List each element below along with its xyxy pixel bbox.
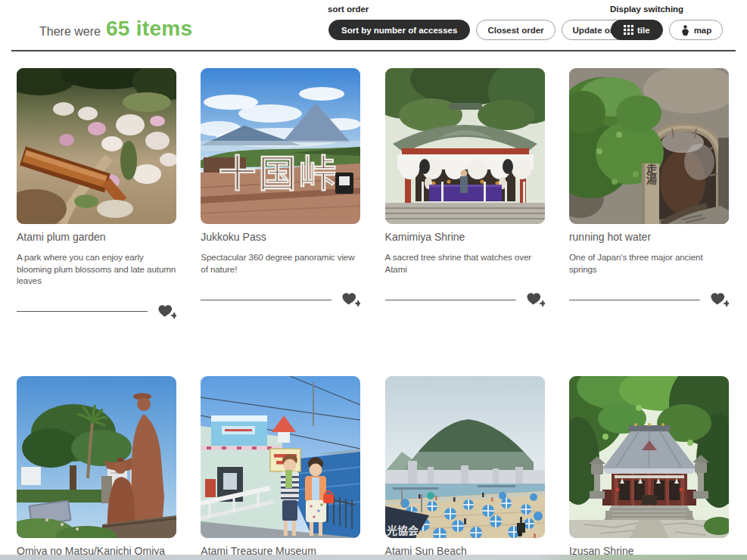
spot-photo-kamimiya-shrine[interactable] [385,68,545,224]
card-grid-row-1: Atami plum garden A park where you can e… [17,68,729,320]
divider-line [17,311,148,312]
spot-description: Spectacular 360 degree panoramic view of… [201,251,360,275]
favorite-row [569,291,729,308]
heart-plus-icon [526,299,545,310]
heart-plus-icon [341,299,360,310]
spot-description: One of Japan's three major ancient sprin… [569,251,729,275]
spot-photo-sun-beach[interactable]: 光協会 [385,376,545,538]
spot-title: Jukkoku Pass [201,231,360,243]
spot-description: A park where you can enjoy early bloomin… [17,251,176,287]
pillar-kanji-text: 走湯 [645,163,657,185]
divider-line [201,300,331,300]
display-switching-label: Display switching [610,5,683,14]
spot-card[interactable]: Atami Treasure Museum [201,376,360,557]
spot-title: Atami plum garden [17,231,176,243]
footer-edge [0,555,747,560]
spot-photo-omiya-statue[interactable] [17,376,176,538]
results-page: { "header": { "count_prefix": "There wer… [0,0,747,560]
sort-order-buttons: Sort by number of accesses Closest order… [328,20,638,40]
jukkoku-sign-text: 十国峠 [219,153,339,195]
heart-plus-icon [710,299,729,310]
results-count: There were 65 items [39,17,192,41]
sort-closest-button[interactable]: Closest order [476,20,555,40]
card-grid-row-2: Omiya no Matsu/Kanichi Omiya [17,376,729,557]
spot-description: A sacred tree shrine that watches over A… [385,251,545,275]
sort-order-label: sort order [328,5,369,14]
spot-card[interactable]: 走湯 running hot water One of Japan's thre… [569,68,729,320]
add-favorite-button[interactable] [341,291,360,308]
spot-photo-izusan-shrine[interactable] [569,376,729,538]
person-pin-icon [680,24,690,36]
display-tile-label: tile [637,26,650,35]
spot-card[interactable]: 十国峠 Jukkoku Pass Spectacular 360 degree … [201,68,360,320]
spot-photo-hot-spring[interactable]: 走湯 [569,68,729,224]
spot-card[interactable]: Izusan Shrine [569,376,729,557]
spot-photo-treasure-museum[interactable] [201,376,360,538]
display-map-button[interactable]: map [669,20,724,40]
sort-by-accesses-button[interactable]: Sort by number of accesses [328,20,470,40]
spot-photo-jukkoku-pass[interactable]: 十国峠 [201,68,360,224]
divider-line [385,300,516,300]
heart-plus-icon [157,311,176,322]
grid-icon [624,25,633,35]
spot-title: running hot water [569,231,729,243]
spot-card[interactable]: Atami plum garden A park where you can e… [17,68,176,320]
spot-card[interactable]: Omiya no Matsu/Kanichi Omiya [17,376,176,557]
results-count-prefix: There were [39,25,101,39]
display-switching-buttons: tile map [611,20,723,40]
display-tile-button[interactable]: tile [611,20,663,40]
favorite-row [385,291,545,308]
spot-photo-plum-garden[interactable] [17,68,176,224]
spot-card[interactable]: Kamimiya Shrine A sacred tree shrine tha… [385,68,545,320]
add-favorite-button[interactable] [157,303,176,320]
header-divider [11,50,736,51]
spot-title: Kamimiya Shrine [385,231,545,243]
photo-watermark-text: 光協会 [386,524,419,537]
add-favorite-button[interactable] [526,291,545,308]
favorite-row [17,303,176,320]
favorite-row [201,291,360,308]
spot-card[interactable]: 光協会 Atami Sun Beach [385,376,545,557]
add-favorite-button[interactable] [710,291,729,308]
results-count-number: 65 items [106,17,192,41]
display-map-label: map [694,26,712,35]
divider-line [569,300,700,300]
